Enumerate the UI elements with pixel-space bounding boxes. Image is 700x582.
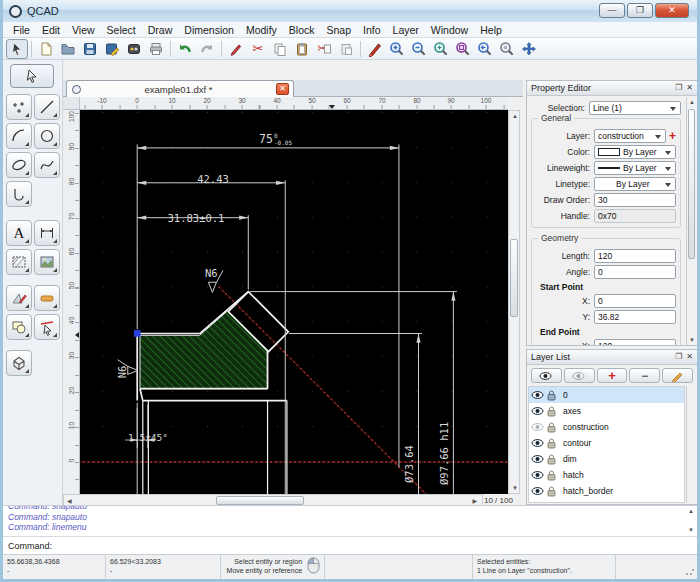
end-x-field[interactable]: 120 [594,339,676,345]
layer-list-titlebar[interactable]: Layer List ❐ ✕ [527,350,697,365]
lock-icon[interactable] [545,421,558,433]
eye-icon[interactable] [531,421,544,433]
layer-combo[interactable]: construction [594,129,666,143]
lineweight-combo[interactable]: By Layer [594,161,676,175]
menu-select[interactable]: Select [101,24,142,36]
cut-icon[interactable]: ✂ [247,39,269,59]
drawing-preferences-icon[interactable] [101,39,123,59]
float-panel-icon[interactable]: ❐ [675,353,682,361]
history-scrollbar[interactable]: ▲ ▼ [685,506,695,535]
polyline-tool[interactable] [6,181,32,207]
redo-icon[interactable] [196,39,218,59]
zoom-page-icon[interactable] [496,39,518,59]
remove-layer-button[interactable]: − [629,368,660,383]
previous-view-icon[interactable] [474,39,496,59]
menu-file[interactable]: File [7,24,36,36]
image-tool[interactable] [34,249,60,275]
lock-icon[interactable] [545,405,558,417]
show-all-layers-button[interactable] [531,368,562,383]
scroll-up-icon[interactable]: ▲ [512,113,518,119]
selection-arrow-icon[interactable] [6,39,28,59]
point-tool[interactable] [6,94,32,120]
scroll-down-icon[interactable]: ▼ [512,485,518,491]
eye-icon[interactable] [531,469,544,481]
title-bar[interactable]: QCAD — ❐ ✕ [3,0,697,22]
cut-reference-icon[interactable]: ✂ [313,39,335,59]
layer-row-0[interactable]: 0 [529,387,684,403]
dimension-tool[interactable] [34,220,60,246]
lock-icon[interactable] [545,469,558,481]
hatch-tool[interactable] [6,249,32,275]
hide-all-layers-button[interactable] [564,368,595,383]
eye-icon[interactable] [531,437,544,449]
lock-icon[interactable] [545,485,558,497]
selection-tool[interactable] [10,64,54,88]
svg-export-icon[interactable] [123,39,145,59]
ellipse-tool[interactable] [6,152,32,178]
resize-grip[interactable] [685,566,695,576]
lock-icon[interactable] [545,453,558,465]
save-file-icon[interactable] [79,39,101,59]
copy-icon[interactable] [269,39,291,59]
scroll-right-icon[interactable]: ▶ [472,498,477,504]
draw-order-field[interactable]: 30 [594,193,676,207]
line-tool[interactable] [34,94,60,120]
box-tool[interactable] [6,350,32,376]
edit-layer-button[interactable] [662,368,693,383]
canvas-vertical-scrollbar[interactable]: ▲ ▼ [508,110,520,494]
menu-view[interactable]: View [66,24,101,36]
modify-tool[interactable] [6,285,32,311]
command-input[interactable] [58,539,691,552]
drawing-canvas[interactable]: 75 0 -0.05 42.43 31.83±0.1 1.5x45° N6 N6… [80,110,508,494]
layer-row-construction[interactable]: construction [529,419,684,435]
eye-icon[interactable] [531,389,544,401]
selection-point-marker[interactable] [134,330,141,337]
draw-pencil-icon[interactable] [364,39,386,59]
color-combo[interactable]: By Layer [594,145,676,159]
paste-reference-icon[interactable] [335,39,357,59]
menu-layer[interactable]: Layer [387,24,425,36]
auto-zoom-icon[interactable] [430,39,452,59]
tab-example01[interactable]: example01.dxf * ✕ [66,80,294,97]
float-panel-icon[interactable]: ❐ [675,84,682,92]
trim-tool[interactable] [34,285,60,311]
zoom-window-icon[interactable] [452,39,474,59]
close-button[interactable]: ✕ [655,3,689,18]
close-panel-icon[interactable]: ✕ [686,353,693,361]
selection-combo[interactable]: Line (1) [589,101,681,115]
layer-row-contour[interactable]: contour [529,435,684,451]
layer-row-hatch-border[interactable]: hatch_border [529,483,684,499]
open-file-icon[interactable] [57,39,79,59]
zoom-in-icon[interactable] [386,39,408,59]
select-modify-tool[interactable] [34,314,60,340]
add-layer-button[interactable]: + [597,368,628,383]
spline-tool[interactable] [34,152,60,178]
layer-row-axes[interactable]: axes [529,403,684,419]
text-tool[interactable]: A [6,220,32,246]
menu-snap[interactable]: Snap [321,24,358,36]
start-x-field[interactable]: 0 [594,294,676,308]
menu-draw[interactable]: Draw [142,24,179,36]
print-icon[interactable] [145,39,167,59]
eye-icon[interactable] [531,453,544,465]
angle-field[interactable]: 0 [594,265,676,279]
zoom-out-icon[interactable] [408,39,430,59]
layer-row-dim[interactable]: dim [529,451,684,467]
menu-dimension[interactable]: Dimension [178,24,240,36]
tab-close-icon[interactable]: ✕ [276,83,289,95]
command-history[interactable]: Command: snapauto Command: snapauto Comm… [3,505,697,536]
layer-row-hatch[interactable]: hatch [529,467,684,483]
menu-help[interactable]: Help [474,24,508,36]
undo-icon[interactable] [174,39,196,59]
scroll-left-icon[interactable]: ◀ [67,498,72,504]
menu-block[interactable]: Block [283,24,321,36]
lock-icon[interactable] [545,389,558,401]
paste-icon[interactable] [291,39,313,59]
new-file-icon[interactable] [35,39,57,59]
eye-icon[interactable] [531,405,544,417]
menu-window[interactable]: Window [425,24,474,36]
menu-edit[interactable]: Edit [36,24,66,36]
length-field[interactable]: 120 [594,249,676,263]
pencil-icon[interactable] [225,39,247,59]
close-panel-icon[interactable]: ✕ [686,84,693,92]
